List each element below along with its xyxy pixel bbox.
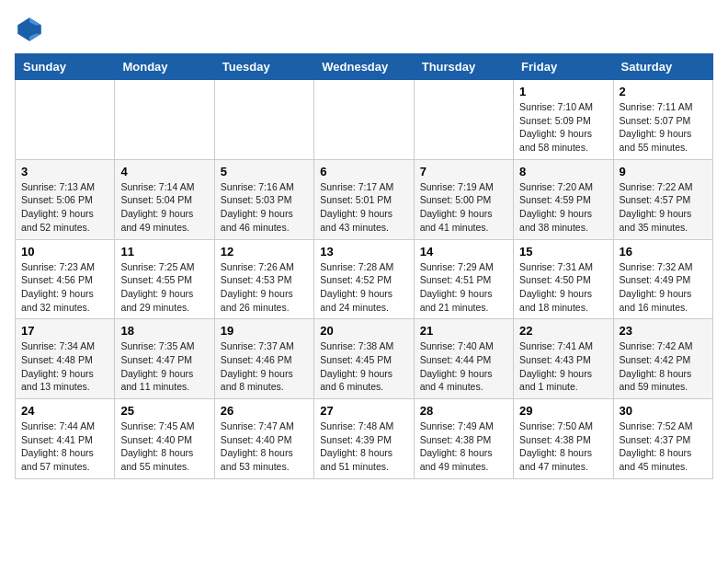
day-number: 8: [519, 165, 607, 178]
calendar-cell: 23Sunrise: 7:42 AM Sunset: 4:42 PM Dayli…: [613, 319, 712, 399]
calendar-cell: 9Sunrise: 7:22 AM Sunset: 4:57 PM Daylig…: [613, 159, 712, 239]
day-info: Sunrise: 7:25 AM Sunset: 4:55 PM Dayligh…: [120, 260, 208, 315]
day-info: Sunrise: 7:49 AM Sunset: 4:38 PM Dayligh…: [420, 419, 507, 474]
week-row-2: 3Sunrise: 7:13 AM Sunset: 5:06 PM Daylig…: [16, 159, 713, 239]
day-info: Sunrise: 7:38 AM Sunset: 4:45 PM Dayligh…: [320, 339, 407, 394]
day-info: Sunrise: 7:14 AM Sunset: 5:04 PM Dayligh…: [120, 180, 208, 235]
day-info: Sunrise: 7:41 AM Sunset: 4:43 PM Dayligh…: [519, 339, 607, 394]
calendar-cell: 8Sunrise: 7:20 AM Sunset: 4:59 PM Daylig…: [514, 159, 613, 239]
day-number: 18: [120, 324, 208, 338]
day-info: Sunrise: 7:35 AM Sunset: 4:47 PM Dayligh…: [120, 339, 208, 394]
day-number: 28: [420, 404, 507, 418]
calendar-cell: 20Sunrise: 7:38 AM Sunset: 4:45 PM Dayli…: [314, 319, 414, 399]
day-info: Sunrise: 7:50 AM Sunset: 4:38 PM Dayligh…: [519, 419, 607, 474]
calendar-cell: 2Sunrise: 7:11 AM Sunset: 5:07 PM Daylig…: [613, 80, 712, 160]
weekday-header-wednesday: Wednesday: [314, 54, 414, 80]
header: [15, 15, 713, 44]
page-container: SundayMondayTuesdayWednesdayThursdayFrid…: [15, 15, 713, 479]
logo: [15, 15, 48, 44]
day-number: 14: [420, 245, 507, 259]
weekday-header-saturday: Saturday: [613, 54, 712, 80]
calendar-cell: 21Sunrise: 7:40 AM Sunset: 4:44 PM Dayli…: [414, 319, 513, 399]
day-info: Sunrise: 7:10 AM Sunset: 5:09 PM Dayligh…: [519, 100, 607, 155]
calendar-cell: 17Sunrise: 7:34 AM Sunset: 4:48 PM Dayli…: [16, 319, 115, 399]
week-row-5: 24Sunrise: 7:44 AM Sunset: 4:41 PM Dayli…: [16, 399, 713, 479]
day-number: 16: [620, 245, 707, 259]
day-info: Sunrise: 7:37 AM Sunset: 4:46 PM Dayligh…: [221, 339, 308, 394]
day-number: 23: [620, 324, 707, 338]
calendar-cell: [115, 80, 214, 160]
weekday-header-thursday: Thursday: [414, 54, 513, 80]
day-number: 22: [519, 324, 607, 338]
calendar-cell: 12Sunrise: 7:26 AM Sunset: 4:53 PM Dayli…: [214, 239, 313, 319]
day-number: 25: [120, 404, 208, 418]
calendar-cell: 7Sunrise: 7:19 AM Sunset: 5:00 PM Daylig…: [414, 159, 513, 239]
day-number: 26: [221, 404, 308, 418]
calendar-header: SundayMondayTuesdayWednesdayThursdayFrid…: [16, 54, 713, 80]
day-number: 1: [519, 85, 607, 98]
day-info: Sunrise: 7:19 AM Sunset: 5:00 PM Dayligh…: [420, 180, 507, 235]
day-info: Sunrise: 7:13 AM Sunset: 5:06 PM Dayligh…: [21, 180, 108, 235]
day-info: Sunrise: 7:23 AM Sunset: 4:56 PM Dayligh…: [21, 260, 108, 315]
calendar-cell: 13Sunrise: 7:28 AM Sunset: 4:52 PM Dayli…: [314, 239, 414, 319]
week-row-1: 1Sunrise: 7:10 AM Sunset: 5:09 PM Daylig…: [16, 80, 713, 160]
calendar-cell: 25Sunrise: 7:45 AM Sunset: 4:40 PM Dayli…: [115, 399, 214, 479]
day-info: Sunrise: 7:17 AM Sunset: 5:01 PM Dayligh…: [320, 180, 407, 235]
day-number: 6: [320, 165, 407, 178]
calendar-cell: 6Sunrise: 7:17 AM Sunset: 5:01 PM Daylig…: [314, 159, 414, 239]
day-info: Sunrise: 7:31 AM Sunset: 4:50 PM Dayligh…: [519, 260, 607, 315]
day-number: 10: [21, 245, 108, 259]
calendar-body: 1Sunrise: 7:10 AM Sunset: 5:09 PM Daylig…: [16, 80, 713, 479]
day-number: 2: [620, 85, 707, 98]
day-info: Sunrise: 7:26 AM Sunset: 4:53 PM Dayligh…: [221, 260, 308, 315]
calendar-cell: 1Sunrise: 7:10 AM Sunset: 5:09 PM Daylig…: [514, 80, 613, 160]
calendar-table: SundayMondayTuesdayWednesdayThursdayFrid…: [15, 53, 713, 479]
day-number: 30: [620, 404, 707, 418]
logo-icon: [15, 15, 44, 44]
day-info: Sunrise: 7:22 AM Sunset: 4:57 PM Dayligh…: [620, 180, 707, 235]
calendar-cell: 27Sunrise: 7:48 AM Sunset: 4:39 PM Dayli…: [314, 399, 414, 479]
day-number: 4: [120, 165, 208, 178]
calendar-cell: [314, 80, 414, 160]
day-number: 5: [221, 165, 308, 178]
day-number: 17: [21, 324, 108, 338]
day-number: 20: [320, 324, 407, 338]
calendar-cell: 30Sunrise: 7:52 AM Sunset: 4:37 PM Dayli…: [613, 399, 712, 479]
calendar-cell: 5Sunrise: 7:16 AM Sunset: 5:03 PM Daylig…: [214, 159, 313, 239]
weekday-header-sunday: Sunday: [16, 54, 115, 80]
calendar-cell: 22Sunrise: 7:41 AM Sunset: 4:43 PM Dayli…: [514, 319, 613, 399]
day-info: Sunrise: 7:45 AM Sunset: 4:40 PM Dayligh…: [120, 419, 208, 474]
day-info: Sunrise: 7:47 AM Sunset: 4:40 PM Dayligh…: [221, 419, 308, 474]
day-number: 12: [221, 245, 308, 259]
day-info: Sunrise: 7:29 AM Sunset: 4:51 PM Dayligh…: [420, 260, 507, 315]
weekday-header-row: SundayMondayTuesdayWednesdayThursdayFrid…: [16, 54, 713, 80]
calendar-cell: 3Sunrise: 7:13 AM Sunset: 5:06 PM Daylig…: [16, 159, 115, 239]
calendar-cell: 10Sunrise: 7:23 AM Sunset: 4:56 PM Dayli…: [16, 239, 115, 319]
day-number: 11: [120, 245, 208, 259]
calendar-cell: 18Sunrise: 7:35 AM Sunset: 4:47 PM Dayli…: [115, 319, 214, 399]
day-info: Sunrise: 7:34 AM Sunset: 4:48 PM Dayligh…: [21, 339, 108, 394]
day-number: 29: [519, 404, 607, 418]
day-number: 13: [320, 245, 407, 259]
calendar-cell: [214, 80, 313, 160]
calendar-cell: 26Sunrise: 7:47 AM Sunset: 4:40 PM Dayli…: [214, 399, 313, 479]
calendar-cell: [16, 80, 115, 160]
day-number: 21: [420, 324, 507, 338]
day-info: Sunrise: 7:44 AM Sunset: 4:41 PM Dayligh…: [21, 419, 108, 474]
day-info: Sunrise: 7:32 AM Sunset: 4:49 PM Dayligh…: [620, 260, 707, 315]
weekday-header-tuesday: Tuesday: [214, 54, 313, 80]
calendar-cell: 15Sunrise: 7:31 AM Sunset: 4:50 PM Dayli…: [514, 239, 613, 319]
calendar-cell: 24Sunrise: 7:44 AM Sunset: 4:41 PM Dayli…: [16, 399, 115, 479]
day-info: Sunrise: 7:16 AM Sunset: 5:03 PM Dayligh…: [221, 180, 308, 235]
weekday-header-monday: Monday: [115, 54, 214, 80]
week-row-3: 10Sunrise: 7:23 AM Sunset: 4:56 PM Dayli…: [16, 239, 713, 319]
day-number: 3: [21, 165, 108, 178]
day-info: Sunrise: 7:28 AM Sunset: 4:52 PM Dayligh…: [320, 260, 407, 315]
day-info: Sunrise: 7:11 AM Sunset: 5:07 PM Dayligh…: [620, 100, 707, 155]
day-number: 24: [21, 404, 108, 418]
day-number: 9: [620, 165, 707, 178]
calendar-cell: 19Sunrise: 7:37 AM Sunset: 4:46 PM Dayli…: [214, 319, 313, 399]
day-number: 27: [320, 404, 407, 418]
calendar-cell: 4Sunrise: 7:14 AM Sunset: 5:04 PM Daylig…: [115, 159, 214, 239]
calendar-cell: 14Sunrise: 7:29 AM Sunset: 4:51 PM Dayli…: [414, 239, 513, 319]
